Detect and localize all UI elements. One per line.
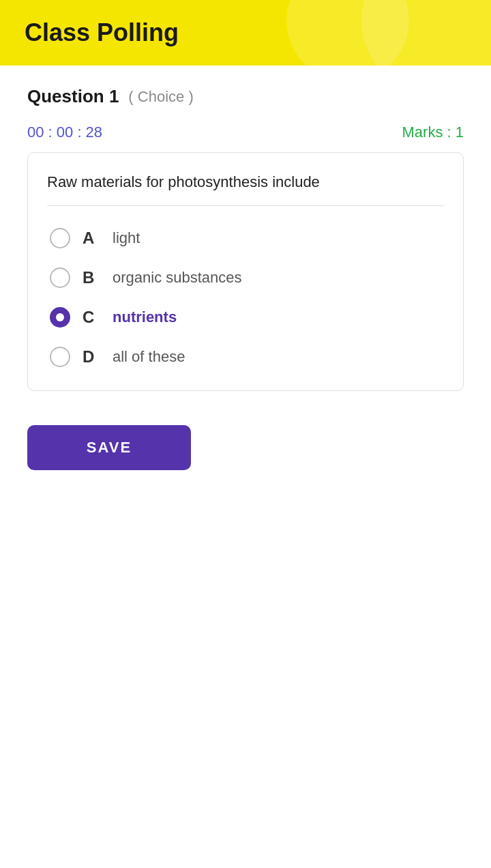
option-radio-b[interactable] bbox=[50, 267, 70, 288]
question-timer: 00 : 00 : 28 bbox=[27, 124, 102, 141]
option-row-d[interactable]: D all of these bbox=[47, 337, 444, 377]
option-text-b: organic substances bbox=[113, 269, 242, 287]
header-decoration-2 bbox=[361, 0, 491, 66]
option-row-b[interactable]: B organic substances bbox=[47, 258, 444, 298]
question-card: Raw materials for photosynthesis include… bbox=[27, 152, 464, 391]
option-letter-d: D bbox=[83, 347, 100, 366]
question-text: Raw materials for photosynthesis include bbox=[47, 172, 444, 193]
question-type: ( Choice ) bbox=[128, 88, 193, 106]
app-header: Class Polling bbox=[0, 0, 491, 66]
save-button[interactable]: SAVE bbox=[27, 425, 191, 470]
option-letter-b: B bbox=[83, 268, 100, 287]
question-meta: 00 : 00 : 28 Marks : 1 bbox=[27, 124, 464, 141]
option-radio-a[interactable] bbox=[50, 228, 70, 248]
question-marks: Marks : 1 bbox=[402, 124, 464, 141]
app-title: Class Polling bbox=[25, 18, 179, 47]
question-header: Question 1 ( Choice ) bbox=[27, 86, 464, 107]
main-content: Question 1 ( Choice ) 00 : 00 : 28 Marks… bbox=[0, 66, 491, 491]
options-list: A light B organic substances C nutrients… bbox=[47, 218, 444, 377]
card-divider bbox=[47, 205, 444, 206]
option-letter-c: C bbox=[83, 308, 100, 327]
option-row-c[interactable]: C nutrients bbox=[47, 298, 444, 337]
option-radio-c[interactable] bbox=[50, 307, 70, 328]
option-text-a: light bbox=[113, 229, 140, 247]
option-text-d: all of these bbox=[113, 348, 185, 366]
option-text-c: nutrients bbox=[113, 308, 177, 326]
question-number: Question 1 bbox=[27, 86, 119, 107]
option-row-a[interactable]: A light bbox=[47, 218, 444, 258]
option-letter-a: A bbox=[83, 229, 100, 248]
option-radio-d[interactable] bbox=[50, 347, 70, 367]
save-section: SAVE bbox=[27, 425, 464, 470]
